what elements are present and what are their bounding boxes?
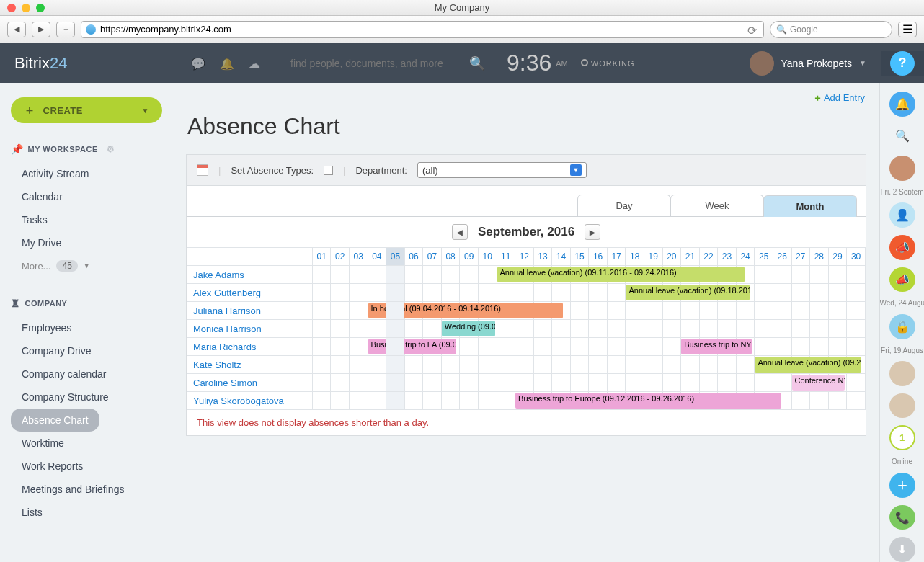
types-label: Set Absence Types: <box>231 165 314 176</box>
window-title: My Company <box>435 2 490 13</box>
add-button[interactable]: ＋ <box>889 473 915 498</box>
add-entry[interactable]: ＋Add Entry <box>173 83 879 113</box>
help-panel: ? <box>881 51 924 76</box>
sidebar-item[interactable]: Activity Stream <box>11 162 162 185</box>
globe-icon <box>86 24 96 35</box>
main-content: ＋Add Entry Absence Chart | Set Absence T… <box>173 83 879 562</box>
back-button[interactable]: ◀ <box>7 22 26 37</box>
avatar[interactable] <box>889 361 915 386</box>
time-ampm: AM <box>556 59 568 68</box>
notifications-button[interactable]: 🔔 <box>889 92 915 117</box>
sidebar-more[interactable]: More... 45 ▼ <box>11 254 162 277</box>
create-button[interactable]: ＋ CREATE ▼ <box>11 97 162 123</box>
clock[interactable]: 9:36 AM WORKING <box>507 50 635 76</box>
calendar-icon[interactable] <box>197 164 208 176</box>
sidebar-item[interactable]: Calendar <box>11 185 162 208</box>
employee-name[interactable]: Caroline Simon <box>187 374 313 392</box>
sidebar-item[interactable]: Absence Chart <box>11 409 99 432</box>
logo[interactable]: Bitrix24 <box>0 54 173 73</box>
menu-button[interactable]: ☰ <box>898 22 917 37</box>
download-button[interactable]: ⬇ <box>889 537 915 562</box>
sidebar-item[interactable]: Tasks <box>11 208 162 231</box>
phone-button[interactable]: 📞 <box>889 505 915 530</box>
work-status: WORKING <box>581 59 635 68</box>
browser-toolbar: ◀ ▶ ＋ ⟳ 🔍 Google ☰ <box>0 16 924 43</box>
dropdown-icon: ▼ <box>570 164 582 176</box>
rail-search-button[interactable]: 🔍 <box>889 124 915 149</box>
sidebar-item[interactable]: Company Structure <box>11 385 162 409</box>
online-count[interactable]: 1 <box>889 425 915 450</box>
employee-name[interactable]: Jake Adams <box>187 266 313 284</box>
right-rail: 🔔 🔍 Fri, 2 Septem 👤 📣 📣 Wed, 24 Augu 🔒 F… <box>879 83 924 562</box>
employee-name[interactable]: Alex Guttenberg <box>187 284 313 302</box>
username: Yana Prokopets <box>781 58 853 69</box>
announce-icon[interactable]: 📣 <box>889 235 915 260</box>
search-placeholder: Google <box>790 24 818 35</box>
sidebar-item[interactable]: Worktime <box>11 432 162 455</box>
add-button[interactable]: ＋ <box>56 22 75 37</box>
tab-week[interactable]: Week <box>670 195 764 216</box>
address-bar[interactable]: ⟳ <box>81 21 764 38</box>
user-icon[interactable]: 👤 <box>889 202 915 228</box>
sidebar-item[interactable]: Meetings and Briefings <box>11 478 162 501</box>
forward-button[interactable]: ▶ <box>32 22 50 37</box>
zoom-icon[interactable] <box>36 4 45 12</box>
dept-label: Department: <box>355 165 407 176</box>
employee-name[interactable]: Yuliya Skorobogatova <box>187 392 313 410</box>
castle-icon: ♜ <box>11 298 21 309</box>
prev-month-button[interactable]: ◀ <box>452 224 468 240</box>
tab-month[interactable]: Month <box>763 195 857 217</box>
sidebar-item[interactable]: Employees <box>11 316 162 339</box>
browser-search[interactable]: 🔍 Google <box>770 21 892 38</box>
next-month-button[interactable]: ▶ <box>585 224 600 240</box>
period-label: September, 2016 <box>478 225 574 239</box>
avatar <box>750 51 774 76</box>
employee-name[interactable]: Monica Harrison <box>187 320 313 338</box>
announce2-icon[interactable]: 📣 <box>889 267 915 293</box>
cloud-icon[interactable]: ☁ <box>249 57 262 70</box>
more-count: 45 <box>56 260 77 272</box>
help-button[interactable]: ? <box>890 51 915 76</box>
gear-icon[interactable]: ⚙ <box>107 144 115 154</box>
employee-name[interactable]: Kate Sholtz <box>187 356 313 374</box>
employee-name[interactable]: Maria Richards <box>187 338 313 356</box>
sidebar-item[interactable]: Company calendar <box>11 362 162 385</box>
tab-day[interactable]: Day <box>577 195 671 216</box>
close-icon[interactable] <box>7 4 16 12</box>
pin-icon: 📌 <box>11 143 24 155</box>
user-menu[interactable]: Yana Prokopets ▼ <box>750 51 881 76</box>
chevron-down-icon: ▼ <box>142 107 149 115</box>
filter-bar: | Set Absence Types: | Department: (all)… <box>187 155 866 186</box>
search-icon: 🔍 <box>776 24 787 35</box>
section-company: ♜ COMPANY <box>11 298 162 309</box>
types-checkbox[interactable] <box>324 166 333 175</box>
sidebar-item[interactable]: Lists <box>11 501 162 524</box>
chat-icon[interactable]: 💬 <box>191 57 204 70</box>
header-icons: 💬 🔔 ☁ <box>173 57 262 70</box>
search-icon[interactable]: 🔍 <box>469 55 485 71</box>
chevron-down-icon: ▼ <box>859 59 866 67</box>
record-icon <box>581 59 588 66</box>
bell-icon[interactable]: 🔔 <box>220 57 233 70</box>
page-title: Absence Chart <box>173 113 879 154</box>
app-search-input[interactable] <box>290 58 462 69</box>
employee-name[interactable]: Juliana Harrison <box>187 302 313 320</box>
traffic-lights <box>0 4 45 12</box>
lock-icon[interactable]: 🔒 <box>889 314 915 339</box>
url-input[interactable] <box>100 24 743 35</box>
sidebar-item[interactable]: My Drive <box>11 231 162 254</box>
date-label: Fri, 2 Septem <box>880 188 925 196</box>
reload-icon[interactable]: ⟳ <box>747 24 759 35</box>
plus-icon: ＋ <box>24 103 36 118</box>
sidebar: ＋ CREATE ▼ 📌 MY WORKSPACE ⚙ Activity Str… <box>0 83 173 562</box>
sidebar-item[interactable]: Company Drive <box>11 339 162 362</box>
minimize-icon[interactable] <box>22 4 30 12</box>
section-workspace: 📌 MY WORKSPACE ⚙ <box>11 143 162 155</box>
app-search[interactable]: 🔍 <box>290 55 485 71</box>
sidebar-item[interactable]: Work Reports <box>11 455 162 478</box>
chevron-down-icon: ▼ <box>84 262 90 269</box>
avatar[interactable] <box>889 156 915 181</box>
avatar[interactable] <box>889 393 915 419</box>
date-label: Fri, 19 Augus <box>880 347 925 354</box>
department-select[interactable]: (all) ▼ <box>417 162 587 178</box>
